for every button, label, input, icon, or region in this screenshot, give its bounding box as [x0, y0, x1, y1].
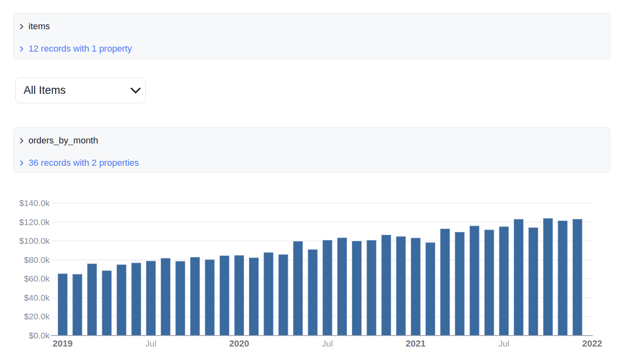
- chevron-down-icon: [130, 87, 141, 94]
- bar-2021-03: [441, 229, 450, 336]
- bar-2021-04: [455, 232, 465, 336]
- y-axis-tick-label: $100.0k: [19, 236, 50, 245]
- bar-2020-05: [293, 241, 303, 336]
- orders-table-toggle[interactable]: orders_by_month: [20, 136, 98, 145]
- bar-2020-06: [308, 249, 317, 336]
- y-axis-tick-label: $0.0k: [29, 331, 50, 340]
- bar-2021-07: [499, 227, 508, 336]
- items-records-toggle[interactable]: 12 records with 1 property: [20, 44, 132, 54]
- chevron-right-icon: [20, 160, 24, 166]
- orders-table-title: orders_by_month: [28, 135, 98, 146]
- bar-2021-01: [411, 238, 420, 336]
- bar-2020-12: [396, 236, 406, 336]
- bar-2021-06: [484, 230, 494, 336]
- bar-2019-05: [117, 265, 126, 336]
- bar-2020-09: [352, 241, 362, 336]
- y-axis-tick-label: $20.0k: [24, 312, 50, 321]
- x-axis-tick-label: 2020: [229, 338, 249, 349]
- y-axis-tick-label: $140.0k: [19, 198, 50, 208]
- chevron-right-icon: [20, 24, 24, 30]
- bar-2019-10: [190, 257, 200, 336]
- orders-by-month-table-panel: orders_by_month 36 records with 2 proper…: [13, 127, 610, 173]
- orders-by-month-chart-svg: $0.0k$20.0k$40.0k$60.0k$80.0k$100.0k$120…: [0, 191, 624, 362]
- y-axis-tick-label: $120.0k: [19, 217, 50, 227]
- items-table-panel: items 12 records with 1 property: [13, 13, 610, 59]
- bar-2020-08: [338, 238, 347, 336]
- y-axis-tick-label: $80.0k: [24, 255, 50, 264]
- bar-2020-10: [367, 240, 376, 336]
- bar-2019-09: [176, 261, 185, 336]
- bar-2019-04: [102, 271, 111, 336]
- bar-2020-11: [382, 235, 391, 336]
- orders-by-month-chart: $0.0k$20.0k$40.0k$60.0k$80.0k$100.0k$120…: [0, 191, 624, 362]
- bar-2020-07: [323, 240, 332, 336]
- bar-2021-10: [543, 219, 553, 336]
- bar-2019-12: [220, 256, 229, 336]
- chevron-right-icon: [20, 46, 24, 52]
- items-table-title: items: [28, 21, 50, 32]
- chevron-right-icon: [20, 138, 24, 144]
- x-axis-tick-label: 2021: [406, 338, 425, 349]
- y-axis-tick-label: $40.0k: [24, 293, 50, 302]
- x-axis-tick-label: 2019: [53, 338, 73, 349]
- orders-records-link: 36 records with 2 properties: [28, 158, 139, 168]
- bar-2019-08: [161, 258, 170, 336]
- bar-2019-01: [58, 274, 68, 336]
- x-axis-tick-label: Jul: [322, 339, 333, 348]
- items-records-link: 12 records with 1 property: [28, 43, 132, 54]
- bar-2021-09: [529, 228, 538, 336]
- bar-2019-11: [205, 260, 214, 336]
- item-filter-selected-value: All Items: [24, 84, 66, 97]
- bar-2021-12: [573, 219, 582, 336]
- bar-2020-04: [279, 255, 288, 336]
- x-axis-tick-label: Jul: [498, 339, 509, 348]
- bar-2019-02: [73, 274, 82, 336]
- x-axis-tick-label: 2022: [582, 338, 602, 349]
- bar-2020-02: [249, 258, 259, 336]
- bar-2020-01: [234, 256, 244, 336]
- bar-2021-05: [470, 226, 479, 336]
- bar-2020-03: [264, 253, 273, 336]
- bar-2021-02: [425, 243, 435, 336]
- item-filter-select[interactable]: All Items: [15, 78, 146, 103]
- bar-2019-06: [131, 263, 141, 336]
- items-table-toggle[interactable]: items: [20, 22, 50, 31]
- bar-2021-08: [514, 219, 523, 336]
- bar-2019-03: [87, 264, 97, 336]
- orders-records-toggle[interactable]: 36 records with 2 properties: [20, 158, 139, 168]
- bar-2019-07: [146, 261, 155, 336]
- y-axis-tick-label: $60.0k: [24, 274, 50, 283]
- bar-2021-11: [558, 221, 567, 336]
- x-axis-tick-label: Jul: [145, 339, 156, 348]
